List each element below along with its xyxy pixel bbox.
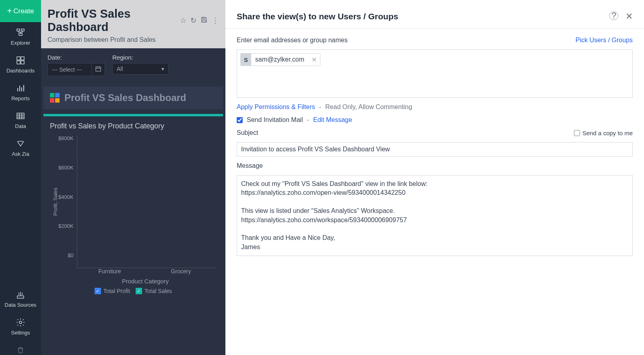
date-label: Date:	[47, 54, 105, 61]
svg-rect-4	[21, 57, 24, 60]
page-title: Profit VS Sales Dashboard	[47, 7, 176, 34]
svg-rect-5	[17, 61, 20, 64]
share-header: Share the view(s) to new Users / Groups …	[225, 0, 644, 29]
logo-icon	[50, 93, 60, 103]
nav-label: Dashboards	[6, 68, 35, 74]
check-icon: ✓	[136, 288, 142, 294]
dashboards-icon	[16, 56, 25, 65]
message-textarea[interactable]: Check out my "Profit VS Sales Dashboard"…	[237, 175, 633, 256]
svg-rect-10	[202, 17, 205, 19]
dashboard-card: Profit VS Sales Dashboard Profit vs Sale…	[43, 87, 223, 298]
chip-email: sam@zylker.com	[251, 56, 308, 63]
svg-rect-1	[21, 29, 24, 31]
copy-label: Send a copy to me	[582, 130, 633, 136]
nav-label: Data Sources	[5, 302, 37, 308]
create-button[interactable]: +Create	[0, 0, 41, 22]
legend: ✓Total Profit ✓Total Sales	[50, 288, 217, 294]
page-subtitle: Comparison between Profit and Sales	[47, 36, 219, 43]
calendar-icon[interactable]	[92, 63, 105, 76]
share-title: Share the view(s) to new Users / Groups	[237, 12, 398, 21]
nav-dashboards[interactable]: Dashboards	[0, 50, 41, 78]
star-icon[interactable]: ☆	[180, 16, 186, 25]
share-panel: Share the view(s) to new Users / Groups …	[225, 0, 644, 355]
chart: Profit, Sales $800K $600K $400K $200K $0	[50, 135, 217, 268]
email-chip: S sam@zylker.com ✕	[240, 53, 320, 66]
data-sources-icon	[16, 290, 25, 300]
nav-reports[interactable]: Reports	[0, 78, 41, 105]
help-icon[interactable]: ?	[609, 11, 618, 20]
nav-settings[interactable]: Settings	[0, 312, 41, 340]
check-icon: ✓	[95, 288, 101, 294]
svg-rect-0	[17, 29, 20, 31]
chip-avatar: S	[241, 54, 251, 66]
filters: Date: --- Select --- Region: All▾	[41, 48, 225, 82]
nav-label: Explorer	[11, 40, 30, 46]
svg-rect-3	[17, 57, 20, 60]
y-axis-label: Profit, Sales	[50, 135, 58, 268]
reports-icon	[16, 83, 25, 93]
region-select[interactable]: All▾	[112, 63, 169, 74]
svg-rect-6	[21, 61, 24, 64]
plot-area	[77, 135, 217, 268]
nav-label: Reports	[11, 95, 30, 101]
main-header: Profit VS Sales Dashboard ☆ ↻ ⋮ Comparis…	[41, 0, 225, 48]
send-copy-checkbox[interactable]	[574, 130, 580, 136]
svg-rect-11	[202, 20, 206, 22]
close-icon[interactable]: ✕	[625, 11, 633, 22]
data-icon	[16, 111, 25, 121]
explorer-icon	[16, 28, 25, 37]
nav-label: Ask Zia	[12, 151, 29, 157]
email-label: Enter email addresses or group names	[237, 37, 348, 44]
save-icon[interactable]	[200, 16, 208, 25]
nav-data-sources[interactable]: Data Sources	[0, 285, 41, 312]
legend-sales[interactable]: ✓Total Sales	[136, 288, 172, 294]
edit-message-link[interactable]: Edit Message	[313, 116, 352, 124]
more-icon[interactable]: ⋮	[212, 16, 219, 25]
nav-explorer[interactable]: Explorer	[0, 22, 41, 50]
email-input-box[interactable]: S sam@zylker.com ✕	[237, 50, 633, 98]
nav-label: Data	[15, 123, 26, 129]
refresh-icon[interactable]: ↻	[190, 16, 196, 25]
plus-icon: +	[7, 6, 12, 16]
y-ticks: $800K $600K $400K $200K $0	[58, 135, 77, 268]
subject-input[interactable]	[237, 142, 633, 157]
svg-point-9	[19, 321, 22, 324]
chip-remove-icon[interactable]: ✕	[308, 56, 320, 64]
main-area: Profit VS Sales Dashboard ☆ ↻ ⋮ Comparis…	[41, 0, 225, 355]
chart-title: Profit vs Sales by Product Category	[50, 122, 217, 130]
invite-label: Send Invitation Mail	[247, 116, 303, 124]
x-ticks: Furniture Grocery	[74, 268, 217, 275]
dashboard-title: Profit VS Sales Dashboard	[64, 92, 186, 103]
nav-data[interactable]: Data	[0, 105, 41, 133]
sidebar: +Create Explorer Dashboards Reports Data…	[0, 0, 41, 355]
legend-profit[interactable]: ✓Total Profit	[95, 288, 130, 294]
subject-label: Subject	[237, 129, 258, 136]
svg-rect-8	[17, 296, 24, 298]
nav-label: Settings	[11, 330, 30, 336]
svg-rect-7	[17, 113, 24, 119]
permissions-link[interactable]: Apply Permissions & Filters	[237, 103, 315, 111]
nav-ask-zia[interactable]: Ask Zia	[0, 133, 41, 161]
send-invitation-checkbox[interactable]	[237, 117, 243, 123]
svg-rect-12	[96, 67, 101, 71]
zia-icon	[16, 139, 25, 149]
create-label: Create	[13, 7, 34, 15]
chevron-down-icon: ▾	[161, 66, 164, 72]
date-select[interactable]: --- Select ---	[47, 63, 92, 76]
pick-users-link[interactable]: Pick Users / Groups	[576, 37, 633, 44]
message-label: Message	[237, 162, 633, 169]
trash-icon	[16, 345, 25, 355]
gear-icon	[16, 318, 25, 327]
svg-rect-2	[19, 33, 22, 35]
x-axis-label: Product Category	[74, 278, 217, 285]
region-label: Region:	[112, 54, 169, 61]
permissions-status: Read Only, Allow Commenting	[325, 103, 412, 111]
nav-trash[interactable]	[0, 340, 41, 355]
